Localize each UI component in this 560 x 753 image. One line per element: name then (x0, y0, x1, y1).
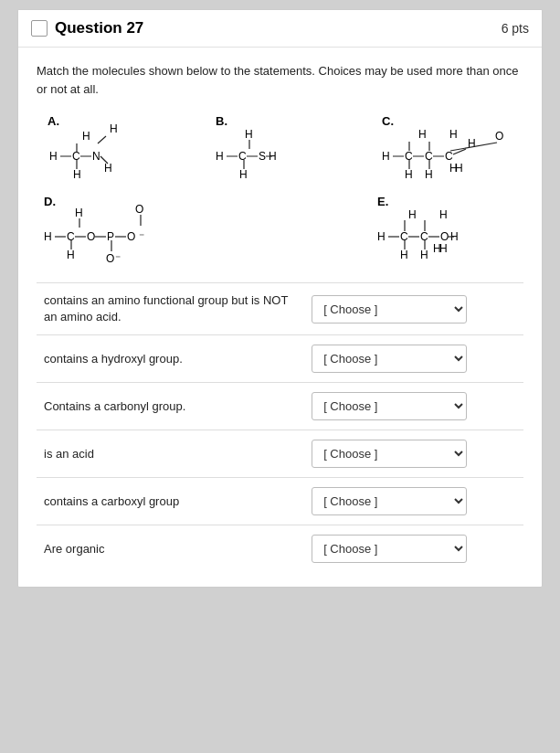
instructions-text: Match the molecules shown below to the s… (37, 62, 523, 98)
svg-line-12 (98, 136, 106, 143)
svg-text:O: O (87, 230, 95, 243)
svg-text:⁻: ⁻ (115, 252, 121, 265)
svg-text:O: O (106, 252, 114, 265)
svg-text:H: H (104, 162, 112, 175)
molecule-B-svg: B. H H C S H H (212, 112, 312, 186)
svg-text:D.: D. (44, 195, 56, 208)
svg-text:H: H (405, 168, 413, 181)
statement-text: contains a carboxyl group (37, 478, 304, 525)
statement-row: Contains a carbonyl group.[ Choose ]ABCD… (37, 383, 523, 430)
molecule-E: E. H H H C C O H H (374, 193, 520, 275)
choose-select-6[interactable]: [ Choose ]ABCDE (312, 535, 467, 563)
molecule-C-svg: C. H H O H C C C H (378, 112, 520, 186)
svg-text:B.: B. (216, 114, 227, 128)
molecule-B: B. H H C S H H (212, 112, 312, 186)
molecule-D-svg: D. H O H C O P O ⁻ (40, 193, 232, 275)
svg-text:O: O (127, 230, 135, 243)
svg-text:H: H (408, 208, 417, 221)
molecule-D: D. H O H C O P O ⁻ (40, 193, 232, 275)
molecule-A-svg: A. H H H C N H H (40, 112, 145, 186)
pts-label: 6 pts (502, 21, 529, 36)
statement-select-cell: [ Choose ]ABCDE (304, 283, 523, 335)
statement-row: contains a carboxyl group[ Choose ]ABCDE (37, 478, 523, 525)
statement-text: contains an amino functional group but i… (37, 283, 304, 335)
svg-text:H: H (418, 128, 427, 141)
choose-select-3[interactable]: [ Choose ]ABCDE (312, 392, 467, 420)
svg-text:H: H (110, 122, 118, 135)
statement-row: Are organic[ Choose ]ABCDE (37, 525, 523, 573)
svg-text:O: O (440, 230, 449, 243)
statement-text: Contains a carbonyl group. (37, 383, 304, 430)
svg-text:H: H (49, 150, 58, 163)
svg-text:S: S (259, 150, 266, 163)
svg-text:H: H (449, 128, 458, 141)
statement-select-cell: [ Choose ]ABCDE (304, 383, 523, 430)
statement-row: contains an amino functional group but i… (37, 283, 523, 335)
svg-text:H: H (44, 230, 52, 243)
svg-text:C: C (238, 150, 247, 163)
svg-text:H: H (216, 150, 224, 163)
svg-text:⁻: ⁻ (139, 230, 144, 243)
choose-select-2[interactable]: [ Choose ]ABCDE (312, 345, 467, 373)
checkbox-icon[interactable] (31, 20, 48, 37)
choose-select-4[interactable]: [ Choose ]ABCDE (312, 440, 467, 468)
svg-text:O: O (495, 130, 503, 143)
molecule-A: A. H H H C N H H (40, 112, 145, 186)
choose-select-5[interactable]: [ Choose ]ABCDE (312, 487, 467, 515)
svg-text:P: P (107, 230, 114, 243)
svg-text:H: H (377, 230, 386, 243)
svg-text:H: H (439, 208, 448, 221)
question-card: Question 27 6 pts Match the molecules sh… (17, 9, 543, 588)
choose-select-1[interactable]: [ Choose ]ABCDE (312, 295, 467, 323)
svg-text:O: O (135, 203, 143, 216)
svg-text:N: N (92, 150, 100, 163)
statement-select-cell: [ Choose ]ABCDE (304, 525, 523, 573)
svg-text:H: H (382, 150, 390, 163)
molecule-E-svg: E. H H H C C O H H (374, 193, 520, 275)
question-title: Question 27 (55, 19, 143, 37)
statement-text: Are organic (37, 525, 304, 573)
statements-table: contains an amino functional group but i… (37, 282, 523, 572)
svg-text:H: H (67, 249, 75, 261)
svg-text:H: H (420, 249, 428, 261)
svg-text:H: H (75, 207, 83, 219)
svg-text:H: H (245, 128, 253, 141)
statement-select-cell: [ Choose ]ABCDE (304, 335, 523, 383)
statement-row: is an acid[ Choose ]ABCDE (37, 430, 523, 478)
svg-text:C: C (445, 150, 453, 163)
molecules-row-2: D. H O H C O P O ⁻ (37, 193, 523, 275)
svg-text:H: H (82, 130, 90, 143)
statement-text: is an acid (37, 430, 304, 478)
statement-text: contains a hydroxyl group. (37, 335, 304, 383)
header-left: Question 27 (31, 19, 143, 37)
svg-text:C.: C. (382, 114, 394, 128)
svg-text:H: H (439, 242, 448, 255)
svg-text:A.: A. (48, 114, 59, 128)
svg-text:H: H (449, 162, 458, 175)
molecules-row-1: A. H H H C N H H (37, 112, 523, 186)
svg-text:H: H (400, 249, 408, 261)
statement-select-cell: [ Choose ]ABCDE (304, 430, 523, 478)
svg-text:H: H (73, 168, 81, 181)
molecule-C: C. H H O H C C C H (378, 112, 520, 186)
card-body: Match the molecules shown below to the s… (18, 48, 542, 587)
statement-select-cell: [ Choose ]ABCDE (304, 478, 523, 525)
svg-text:E.: E. (377, 195, 388, 208)
svg-text:H: H (425, 168, 433, 181)
card-header: Question 27 6 pts (18, 10, 542, 48)
statement-row: contains a hydroxyl group.[ Choose ]ABCD… (37, 335, 523, 383)
svg-text:H: H (239, 168, 248, 181)
